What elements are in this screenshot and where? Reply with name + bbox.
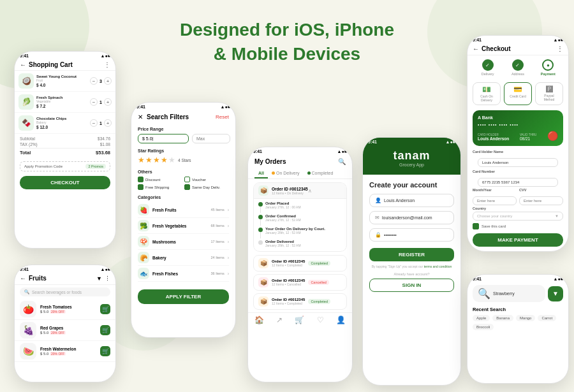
name-input[interactable]: 👤 Louis Anderson <box>369 194 454 207</box>
category-vegetables[interactable]: 🥦 Fresh Vegetables 68 Items › <box>138 218 229 234</box>
checkbox-freeshipping[interactable]: Free Shipping <box>138 184 182 190</box>
categories-section: Categories 🍓 Fresh Fruits 45 Items › 🥦 F… <box>131 192 235 284</box>
cat-fruits-icon: 🍓 <box>138 204 149 215</box>
category-mushrooms[interactable]: 🍄 Mushrooms 17 Items › <box>138 234 229 250</box>
fruits-back-button[interactable]: ← <box>20 275 26 282</box>
checkout-button[interactable]: CHECKOUT <box>20 176 110 189</box>
qty-plus-3[interactable]: + <box>104 119 112 127</box>
cart-title: Shopping Cart <box>29 61 104 68</box>
recent-tag-banana[interactable]: Banana <box>492 315 513 321</box>
checkbox-voucher[interactable]: Voucher <box>184 177 229 182</box>
qty-minus-2[interactable]: − <box>90 98 98 106</box>
card-holder-input[interactable] <box>478 158 558 167</box>
country-select[interactable]: Choose your country ▼ <box>473 212 563 221</box>
tanam-subtitle: Grocery App <box>369 163 454 167</box>
checkbox-discount-box[interactable] <box>138 177 144 182</box>
nav-heart-icon[interactable]: ♡ <box>317 316 324 324</box>
qty-plus-2[interactable]: + <box>104 98 112 106</box>
checkbox-sameday[interactable]: Same Day Deliv. <box>184 184 229 190</box>
order-chevron-main[interactable]: ∧ <box>308 188 312 194</box>
pay-method-cash[interactable]: 💵 Cash On Delivery <box>473 82 501 105</box>
email-input[interactable]: ✉ louisanderson@mail.com <box>369 211 454 224</box>
add-to-cart-1[interactable]: 🛒 <box>100 304 110 314</box>
order-icon-sm-2: 📦 <box>258 277 269 287</box>
qty-minus-3[interactable]: − <box>90 119 98 127</box>
star-1[interactable]: ★ <box>138 156 145 164</box>
promo-button[interactable]: Apply Promotion Code 2 Promos <box>20 161 110 171</box>
cat-fruits-name: Fresh Fruits <box>152 208 208 212</box>
recent-tag-carrot[interactable]: Carrot <box>538 315 556 321</box>
register-button[interactable]: REGISTER <box>369 248 454 261</box>
star-2[interactable]: ★ <box>145 156 152 164</box>
orders-search-icon[interactable]: 🔍 <box>338 158 346 165</box>
checkbox-freeshipping-box[interactable] <box>138 184 144 190</box>
others-title: Others <box>138 170 229 174</box>
filters-status-bar: 9:41 ▲●■ <box>131 103 235 110</box>
phone-fruits: 9:41 ▲●■ ← Fruits ▼ ⋮ 🔍 Search beverages… <box>14 265 116 382</box>
category-bakery[interactable]: 🥐 Bakery 24 Items › <box>138 250 229 266</box>
pay-method-card[interactable]: 💳 Credit Card <box>504 82 532 105</box>
checkbox-sameday-box[interactable] <box>184 184 190 190</box>
cart-item-3: 🍫 Chocolate Chips Bakery $ 12.0 − 1 + <box>15 113 115 134</box>
recent-tag-broccoli[interactable]: Broccoli <box>473 324 494 330</box>
price-min-input[interactable] <box>138 134 189 143</box>
cart-menu-button[interactable]: ⋮ <box>104 61 110 68</box>
recent-tag-apple[interactable]: Apple <box>473 315 490 321</box>
search-filter-button[interactable]: ▼ <box>548 286 563 301</box>
filter-icon[interactable]: ▼ <box>96 275 102 282</box>
apply-filter-button[interactable]: APPLY FILTER <box>138 289 229 304</box>
month-input[interactable] <box>473 196 517 205</box>
orders-tab-completed[interactable]: Completed <box>304 169 337 178</box>
cart-back-button[interactable]: ← <box>20 61 26 68</box>
cat-bakery-count: 24 Items <box>211 256 224 259</box>
terms-link[interactable]: terms and condition <box>424 265 452 268</box>
stars-display[interactable]: ★ ★ ★ ★ ★ <box>138 156 175 164</box>
fruit-name-3: Fresh Watermelon <box>40 347 96 351</box>
menu-icon[interactable]: ⋮ <box>105 275 110 282</box>
checkout-back-button[interactable]: ← <box>473 45 479 52</box>
card-number-input[interactable] <box>478 178 558 187</box>
step-confirmed: Order Confirmed January 27th, 12 : 52 AM <box>258 214 342 222</box>
make-payment-button[interactable]: MAKE PAYMENT <box>473 233 563 247</box>
fruit-price-2: $ 5.0 20% OFF <box>40 331 96 335</box>
checkbox-freeshipping-label: Free Shipping <box>145 185 169 189</box>
payment-methods: 💵 Cash On Delivery 💳 Credit Card 🅿 Paypa… <box>467 80 568 108</box>
cart-item-1: 🥥 Sweet Young Coconut Fruit $ 4.0 − 3 + <box>15 71 115 92</box>
add-to-cart-3[interactable]: 🛒 <box>100 346 110 356</box>
category-fish[interactable]: 🐟 Fresh Fishes 36 Items › <box>138 266 229 282</box>
checkbox-discount[interactable]: Discount <box>138 177 182 182</box>
star-5[interactable]: ★ <box>168 156 175 164</box>
star-4[interactable]: ★ <box>161 156 168 164</box>
price-max-input[interactable] <box>192 134 230 143</box>
qty-minus-1[interactable]: − <box>90 77 98 85</box>
price-range-inputs <box>138 134 229 143</box>
star-rating-title: Star Ratings <box>138 149 229 153</box>
step-placed: Order Placed January 27th, 12 : 00 AM <box>258 201 342 209</box>
search-bar[interactable]: 🔍 Strawberry <box>473 285 545 302</box>
add-to-cart-2[interactable]: 🛒 <box>100 325 110 335</box>
cvv-input[interactable] <box>519 196 563 205</box>
filters-reset-button[interactable]: Reset <box>216 114 229 120</box>
cart-item-img-3: 🍫 <box>18 115 34 131</box>
step-line-3 <box>260 232 261 238</box>
category-fruits[interactable]: 🍓 Fresh Fruits 45 Items › <box>138 202 229 218</box>
nav-share-icon[interactable]: ↗ <box>276 316 283 324</box>
password-input[interactable]: 🔒 •••••••• <box>369 228 454 242</box>
filters-close-button[interactable]: ✕ <box>138 113 143 120</box>
nav-cart-icon[interactable]: 🛒 <box>295 316 304 324</box>
fruits-search-bar[interactable]: 🔍 Search beverages or foods <box>20 287 110 296</box>
nav-user-icon[interactable]: 👤 <box>336 316 346 324</box>
qty-plus-1[interactable]: + <box>104 77 112 85</box>
save-card-checkbox[interactable] <box>473 223 479 229</box>
orders-tab-delivery[interactable]: On Delivery <box>268 169 304 178</box>
star-3[interactable]: ★ <box>153 156 160 164</box>
checkbox-voucher-box[interactable] <box>184 177 190 182</box>
signin-button[interactable]: SIGN IN <box>369 279 454 292</box>
cart-qty-1: − 3 + <box>90 77 112 85</box>
recent-tag-mango[interactable]: Mango <box>516 315 535 321</box>
pay-method-paypal[interactable]: 🅿 Paypal Method <box>535 82 563 105</box>
orders-tab-all[interactable]: All <box>254 169 268 178</box>
nav-home-icon[interactable]: 🏠 <box>254 316 264 324</box>
order-meta-sm-3: 12 Items • Completed <box>272 301 305 305</box>
checkout-menu-button[interactable]: ⋮ <box>557 45 563 52</box>
